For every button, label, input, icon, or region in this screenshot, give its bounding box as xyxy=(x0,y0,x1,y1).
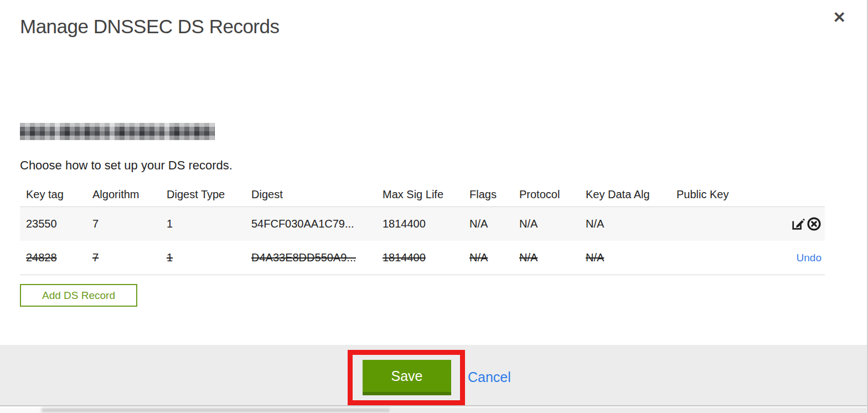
ds-records-table: Key tag Algorithm Digest Type Digest Max… xyxy=(20,183,825,275)
table-row: 24828 7 1 D4A33E8DD550A9... 1814400 N/A … xyxy=(20,241,825,275)
cell-max-sig-life: 1814400 xyxy=(376,218,463,230)
cell-key-data-alg: N/A xyxy=(580,251,670,264)
domain-name-redacted xyxy=(20,123,215,140)
col-key-data-alg: Key Data Alg xyxy=(580,188,670,201)
col-digest-type: Digest Type xyxy=(161,188,245,201)
cell-protocol: N/A xyxy=(513,251,580,264)
manage-dnssec-modal: Manage DNSSEC DS Records ✕ Choose how to… xyxy=(0,0,868,413)
col-key-tag: Key tag xyxy=(20,188,86,201)
modal-footer: Save Cancel xyxy=(0,345,867,406)
page-behind-modal xyxy=(0,407,867,413)
cell-digest-type: 1 xyxy=(161,218,245,230)
cell-key-data-alg: N/A xyxy=(580,218,670,230)
cell-key-tag: 24828 xyxy=(20,251,86,264)
col-flags: Flags xyxy=(463,188,513,201)
delete-record-icon[interactable] xyxy=(807,216,822,231)
cell-digest-type: 1 xyxy=(161,251,245,264)
cell-protocol: N/A xyxy=(513,218,580,230)
table-header-row: Key tag Algorithm Digest Type Digest Max… xyxy=(20,183,825,206)
col-algorithm: Algorithm xyxy=(86,188,161,201)
cell-max-sig-life: 1814400 xyxy=(376,251,463,264)
col-digest: Digest xyxy=(245,188,376,201)
undo-link[interactable]: Undo xyxy=(797,252,822,264)
cell-key-tag: 23550 xyxy=(20,218,86,230)
close-icon[interactable]: ✕ xyxy=(833,10,846,25)
cell-flags: N/A xyxy=(463,251,513,264)
save-button[interactable]: Save xyxy=(363,360,451,395)
cancel-link[interactable]: Cancel xyxy=(468,369,511,385)
edit-record-icon[interactable] xyxy=(790,216,805,231)
page-title: Manage DNSSEC DS Records xyxy=(20,16,279,38)
cell-algorithm: 7 xyxy=(86,218,161,230)
cell-digest: D4A33E8DD550A9... xyxy=(245,251,376,264)
cell-algorithm: 7 xyxy=(86,251,161,264)
table-row: 23550 7 1 54FCF030AA1C79... 1814400 N/A … xyxy=(20,206,825,241)
blurred-page-content xyxy=(390,407,866,413)
cell-digest: 54FCF030AA1C79... xyxy=(245,218,376,230)
col-public-key: Public Key xyxy=(670,188,788,201)
col-max-sig-life: Max Sig Life xyxy=(376,188,463,201)
instruction-text: Choose how to set up your DS records. xyxy=(20,158,232,173)
add-ds-record-button[interactable]: Add DS Record xyxy=(20,284,137,307)
blurred-page-content xyxy=(42,408,390,412)
cell-flags: N/A xyxy=(463,218,513,230)
col-protocol: Protocol xyxy=(513,188,580,201)
